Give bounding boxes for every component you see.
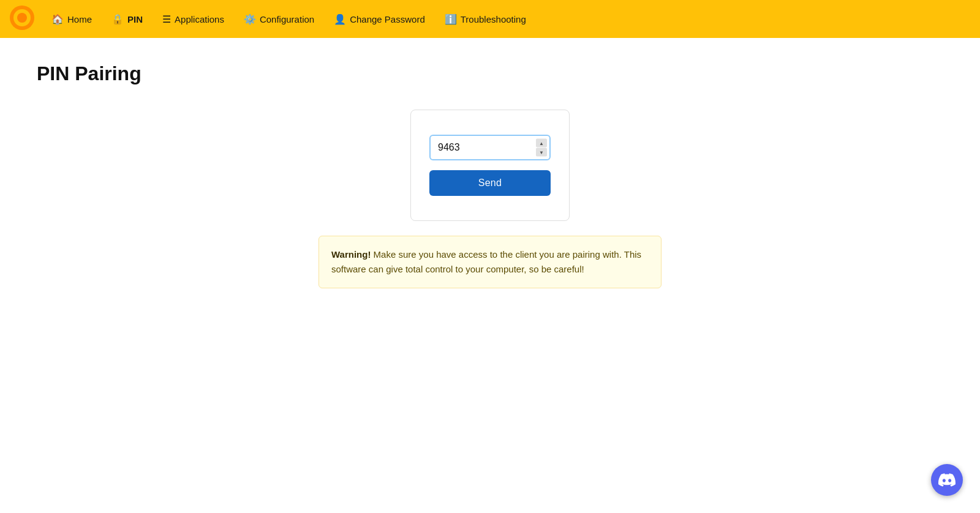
spinner-buttons: ▲ ▼ xyxy=(536,139,547,157)
nav-item-configuration[interactable]: ⚙️ Configuration xyxy=(236,10,322,29)
pin-input-wrapper: ▲ ▼ xyxy=(429,135,551,160)
configuration-icon: ⚙️ xyxy=(244,13,256,25)
change-password-icon: 👤 xyxy=(334,13,346,25)
warning-box: Warning! Make sure you have access to th… xyxy=(318,236,662,288)
nav-troubleshooting-label: Troubleshooting xyxy=(461,14,526,24)
pin-card: ▲ ▼ Send xyxy=(410,110,570,221)
warning-bold: Warning! xyxy=(331,249,371,260)
spinner-down-button[interactable]: ▼ xyxy=(536,148,547,157)
nav-pin-label: PIN xyxy=(127,14,143,24)
svg-point-2 xyxy=(17,13,27,23)
nav-item-pin[interactable]: 🔒 PIN xyxy=(104,10,150,29)
discord-fab-button[interactable] xyxy=(931,464,963,496)
pin-input[interactable] xyxy=(429,135,551,160)
nav-logo xyxy=(10,6,39,32)
nav-item-change-password[interactable]: 👤 Change Password xyxy=(326,10,432,29)
page-title: PIN Pairing xyxy=(37,62,943,85)
nav-item-applications[interactable]: ☰ Applications xyxy=(155,10,232,29)
pin-icon: 🔒 xyxy=(111,13,124,25)
navbar: 🏠 Home 🔒 PIN ☰ Applications ⚙️ Configura… xyxy=(0,0,980,38)
home-icon: 🏠 xyxy=(51,13,64,25)
nav-item-home[interactable]: 🏠 Home xyxy=(44,10,99,29)
warning-message: Make sure you have access to the client … xyxy=(331,249,641,274)
applications-icon: ☰ xyxy=(162,13,171,25)
nav-change-password-label: Change Password xyxy=(350,14,425,24)
nav-item-troubleshooting[interactable]: ℹ️ Troubleshooting xyxy=(437,10,533,29)
spinner-up-button[interactable]: ▲ xyxy=(536,139,547,148)
discord-icon xyxy=(938,471,956,489)
send-button[interactable]: Send xyxy=(429,170,551,196)
nav-home-label: Home xyxy=(67,14,92,24)
main-content: PIN Pairing ▲ ▼ Send Warning! Make sure … xyxy=(0,38,980,313)
nav-configuration-label: Configuration xyxy=(260,14,314,24)
troubleshooting-icon: ℹ️ xyxy=(445,13,457,25)
nav-applications-label: Applications xyxy=(175,14,224,24)
